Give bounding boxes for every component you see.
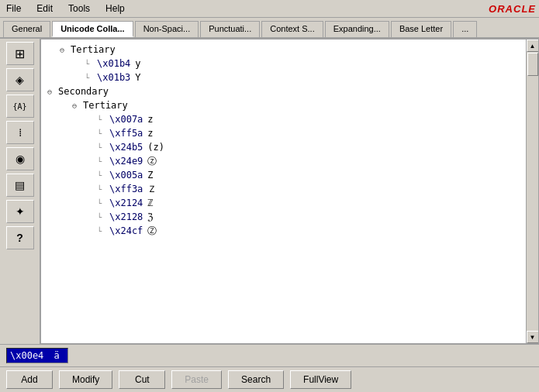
tree-node-24e9[interactable]: └ \x24e9 ⓩ: [47, 154, 520, 168]
node-char-24e9: ⓩ: [147, 155, 157, 168]
leaf-icon-005a: └: [97, 171, 106, 180]
tree-node-tertiary-inner[interactable]: ⊖ Tertiary: [47, 98, 520, 112]
menu-help[interactable]: Help: [102, 2, 128, 15]
plus-icon: ✦: [16, 205, 25, 218]
paste-button[interactable]: Paste: [171, 370, 222, 389]
tree-node-24cf[interactable]: └ \x24cf Ⓩ: [47, 224, 520, 238]
tab-more[interactable]: ...: [453, 21, 477, 37]
menu-tools[interactable]: Tools: [65, 2, 93, 15]
modify-button[interactable]: Modify: [59, 370, 112, 389]
leaf-icon-24cf: └: [97, 227, 106, 236]
tree-node-01b3[interactable]: └ \x01b3 Y: [47, 70, 520, 84]
collapse-icon-tertiary-inner: ⊖: [72, 101, 81, 110]
node-char-24cf: Ⓩ: [147, 225, 157, 238]
node-code-01b4: \x01b4: [97, 58, 130, 69]
node-code-24cf: \x24cf: [109, 225, 143, 236]
leaf-icon-007a: └: [97, 115, 106, 124]
tab-unicode-colla[interactable]: Unicode Colla...: [52, 21, 133, 37]
sidebar-btn-dots[interactable]: ⁞: [6, 121, 34, 144]
tab-non-spaci[interactable]: Non-Spaci...: [135, 21, 199, 37]
input-row: \x00e4 ä: [0, 344, 539, 367]
fullview-button[interactable]: FullView: [290, 370, 351, 389]
menubar: File Edit Tools Help ORACLE: [0, 0, 539, 18]
node-code-007a: \x007a: [109, 114, 143, 125]
node-code-01b3: \x01b3: [97, 72, 130, 83]
leaf-icon-ff3a: └: [97, 185, 106, 194]
tab-general[interactable]: General: [3, 21, 50, 37]
collapse-icon: ⊖: [60, 46, 69, 54]
tree-node-ff5a[interactable]: └ \xff5a z: [47, 126, 520, 140]
tab-base-letter[interactable]: Base Letter: [391, 21, 451, 37]
node-code-ff3a: \xff3a: [109, 184, 143, 194]
tree-node-01b4[interactable]: └ \x01b4 y: [47, 57, 520, 70]
format-icon: {A}: [12, 102, 26, 111]
node-char-01b4: y: [135, 58, 140, 69]
tab-context-s[interactable]: Context S...: [261, 21, 323, 37]
menu-edit[interactable]: Edit: [33, 2, 56, 15]
leaf-icon-2124: └: [97, 199, 106, 208]
leaf-icon-01b3: └: [85, 74, 94, 82]
tree-area: ⊖ Tertiary └ \x01b4 y └ \x01b3 Y ⊖ Secon…: [40, 39, 539, 344]
scroll-down-arrow[interactable]: ▼: [527, 331, 539, 343]
tree-node-007a[interactable]: └ \x007a z: [47, 112, 520, 126]
node-char-ff3a: Ｚ: [147, 183, 157, 196]
tree-node-24b5[interactable]: └ \x24b5 (z): [47, 140, 520, 154]
sidebar-btn-diamond[interactable]: ◈: [6, 68, 34, 91]
node-code-2124: \x2124: [109, 198, 143, 208]
scrollbar-track: ▲ ▼: [526, 40, 538, 343]
code-input-field[interactable]: \x00e4 ä: [6, 348, 68, 363]
sidebar-btn-help[interactable]: ?: [6, 226, 34, 249]
dots-icon: ⁞: [19, 126, 22, 139]
node-label-secondary: Secondary: [58, 86, 109, 97]
circle-icon: ◉: [16, 153, 25, 165]
leaf-icon: └: [85, 60, 94, 68]
sidebar-btn-format[interactable]: {A}: [6, 95, 34, 118]
add-button[interactable]: Add: [6, 370, 53, 389]
node-char-01b3: Y: [135, 72, 140, 83]
node-label-tertiary-inner: Tertiary: [83, 100, 128, 111]
menubar-left: File Edit Tools Help: [3, 2, 128, 15]
node-char-2124: ℤ: [147, 198, 153, 208]
help-icon: ?: [16, 232, 23, 244]
node-char-005a: Z: [147, 170, 153, 181]
leaf-icon-24b5: └: [97, 143, 106, 152]
grid-icon: ⊞: [15, 46, 25, 61]
diamond-icon: ◈: [16, 74, 24, 86]
sidebar-btn-circle[interactable]: ◉: [6, 147, 34, 170]
sidebar-btn-add[interactable]: ✦: [6, 200, 34, 223]
cut-button[interactable]: Cut: [119, 370, 165, 389]
tree-node-2124[interactable]: └ \x2124 ℤ: [47, 196, 520, 210]
tabs-container: General Unicode Colla... Non-Spaci... Pu…: [0, 18, 539, 39]
tree-node-secondary[interactable]: ⊖ Secondary: [47, 84, 520, 98]
tab-expanding[interactable]: Expanding...: [325, 21, 389, 37]
node-code-2128: \x2128: [109, 211, 143, 222]
tree-node-ff3a[interactable]: └ \xff3a Ｚ: [47, 182, 520, 196]
node-code-005a: \x005a: [109, 170, 143, 181]
code-value: \x00e4: [10, 350, 43, 361]
leaf-icon-24e9: └: [97, 157, 106, 166]
node-char-ff5a: z: [147, 128, 153, 139]
node-code-ff5a: \xff5a: [109, 128, 143, 139]
tree-node-tertiary-top[interactable]: ⊖ Tertiary: [47, 43, 520, 57]
sidebar-btn-list[interactable]: ▤: [6, 174, 34, 197]
search-button[interactable]: Search: [228, 370, 284, 389]
tab-punctuati[interactable]: Punctuati...: [200, 21, 260, 37]
menu-file[interactable]: File: [3, 2, 24, 15]
leaf-icon-ff5a: └: [97, 129, 106, 138]
node-char-2128: ℨ: [147, 211, 153, 222]
scroll-up-arrow[interactable]: ▲: [527, 40, 539, 52]
tree-node-005a[interactable]: └ \x005a Z: [47, 168, 520, 182]
tree-content[interactable]: ⊖ Tertiary └ \x01b4 y └ \x01b3 Y ⊖ Secon…: [41, 40, 526, 343]
node-char-007a: z: [147, 114, 153, 125]
main-layout: ⊞ ◈ {A} ⁞ ◉ ▤ ✦ ? ⊖ Tertiary: [0, 39, 539, 344]
char-value: ä: [54, 350, 60, 361]
sidebar: ⊞ ◈ {A} ⁞ ◉ ▤ ✦ ?: [0, 39, 40, 344]
tree-node-2128[interactable]: └ \x2128 ℨ: [47, 210, 520, 224]
list-icon: ▤: [15, 179, 25, 191]
scroll-thumb[interactable]: [527, 53, 538, 76]
sidebar-btn-grid[interactable]: ⊞: [6, 42, 34, 65]
button-bar: Add Modify Cut Paste Search FullView: [0, 367, 539, 392]
node-code-24e9: \x24e9: [109, 156, 143, 167]
node-code-24b5: \x24b5: [109, 142, 143, 153]
leaf-icon-2128: └: [97, 213, 106, 222]
